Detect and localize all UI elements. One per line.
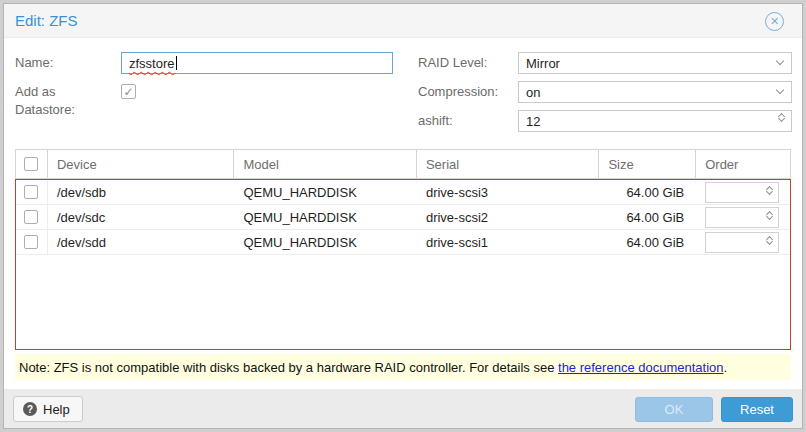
spinner-arrows[interactable] xyxy=(767,212,772,219)
compression-value: on xyxy=(526,85,540,100)
order-cell xyxy=(696,205,790,229)
checkmark-icon: ✓ xyxy=(123,85,133,99)
screen-background: Edit: ZFS ✕ Name: zfsstore Add as Datast… xyxy=(0,0,806,432)
row-checkbox-cell xyxy=(16,205,48,229)
device-cell: /dev/sdb xyxy=(48,180,235,204)
table-row[interactable]: /dev/sdc QEMU_HARDDISK drive-scsi2 64.00… xyxy=(16,205,790,230)
row-checkbox[interactable] xyxy=(24,185,38,199)
row-checkbox-cell xyxy=(16,180,48,204)
row-checkbox-cell xyxy=(16,230,48,254)
compression-select[interactable]: on xyxy=(518,81,792,103)
edit-zfs-dialog: Edit: ZFS ✕ Name: zfsstore Add as Datast… xyxy=(3,3,803,429)
help-button-label: Help xyxy=(43,402,70,417)
note-text: Note: ZFS is not compatible with disks b… xyxy=(19,360,558,375)
add-as-datastore-label-line2: Datastore: xyxy=(15,102,75,117)
select-all-checkbox[interactable] xyxy=(24,157,38,171)
raid-level-select[interactable]: Mirror xyxy=(518,52,792,74)
order-spinner-input[interactable] xyxy=(705,232,779,253)
close-icon[interactable]: ✕ xyxy=(765,12,784,31)
add-as-datastore-checkbox[interactable]: ✓ xyxy=(121,84,136,99)
model-cell: QEMU_HARDDISK xyxy=(234,230,417,254)
disk-table-body: /dev/sdb QEMU_HARDDISK drive-scsi3 64.00… xyxy=(15,179,791,350)
text-caret xyxy=(176,56,177,70)
help-button[interactable]: ? Help xyxy=(13,396,83,422)
ashift-label: ashift: xyxy=(418,112,453,130)
dialog-titlebar[interactable]: Edit: ZFS ✕ xyxy=(4,4,802,38)
note-suffix: . xyxy=(724,360,728,375)
name-input[interactable]: zfsstore xyxy=(121,52,393,74)
column-header-order[interactable]: Order xyxy=(696,150,790,178)
ashift-value: 12 xyxy=(526,114,540,129)
serial-cell: drive-scsi1 xyxy=(417,230,600,254)
reset-button[interactable]: Reset xyxy=(721,397,793,422)
column-header-serial[interactable]: Serial xyxy=(417,150,600,178)
add-as-datastore-label-line1: Add as xyxy=(15,84,55,99)
reference-documentation-link[interactable]: the reference documentation xyxy=(558,360,724,375)
table-row[interactable]: /dev/sdb QEMU_HARDDISK drive-scsi3 64.00… xyxy=(16,180,790,205)
name-value: zfsstore xyxy=(129,56,175,71)
raid-level-value: Mirror xyxy=(526,56,560,71)
compression-label: Compression: xyxy=(418,83,498,101)
device-cell: /dev/sdc xyxy=(48,205,235,229)
add-as-datastore-label: Add as Datastore: xyxy=(15,83,105,119)
help-icon: ? xyxy=(23,402,37,416)
select-all-cell xyxy=(16,150,48,178)
serial-cell: drive-scsi3 xyxy=(417,180,600,204)
close-glyph: ✕ xyxy=(770,15,779,28)
model-cell: QEMU_HARDDISK xyxy=(234,205,417,229)
zfs-note: Note: ZFS is not compatible with disks b… xyxy=(15,354,791,380)
spinner-arrows[interactable] xyxy=(767,237,772,244)
spinner-arrows[interactable] xyxy=(767,187,772,194)
raid-level-label: RAID Level: xyxy=(418,54,487,72)
device-cell: /dev/sdd xyxy=(48,230,235,254)
size-cell: 64.00 GiB xyxy=(599,180,696,204)
help-glyph: ? xyxy=(27,404,33,415)
table-row[interactable]: /dev/sdd QEMU_HARDDISK drive-scsi1 64.00… xyxy=(16,230,790,255)
size-cell: 64.00 GiB xyxy=(599,230,696,254)
disk-table-header: Device Model Serial Size Order xyxy=(15,149,791,179)
column-header-device[interactable]: Device xyxy=(48,150,235,178)
order-cell xyxy=(696,230,790,254)
order-cell xyxy=(696,180,790,204)
row-checkbox[interactable] xyxy=(24,210,38,224)
chevron-down-icon[interactable] xyxy=(776,57,784,65)
serial-cell: drive-scsi2 xyxy=(417,205,600,229)
size-cell: 64.00 GiB xyxy=(599,205,696,229)
model-cell: QEMU_HARDDISK xyxy=(234,180,417,204)
ok-button[interactable]: OK xyxy=(635,397,713,422)
chevron-down-icon[interactable] xyxy=(776,86,784,94)
order-spinner-input[interactable] xyxy=(705,182,779,203)
column-header-model[interactable]: Model xyxy=(234,150,417,178)
column-header-size[interactable]: Size xyxy=(599,150,696,178)
spinner-arrows[interactable] xyxy=(779,114,784,121)
name-label: Name: xyxy=(15,54,53,72)
order-spinner-input[interactable] xyxy=(705,207,779,228)
dialog-title: Edit: ZFS xyxy=(15,4,78,38)
ashift-spinner[interactable]: 12 xyxy=(518,110,792,132)
dialog-footer: ? Help OK Reset xyxy=(4,389,802,428)
row-checkbox[interactable] xyxy=(24,235,38,249)
